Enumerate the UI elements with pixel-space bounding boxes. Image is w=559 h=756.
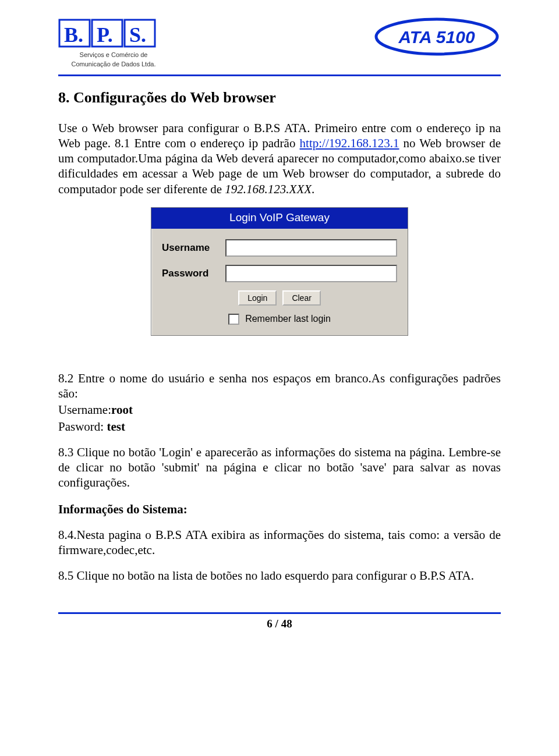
system-info-heading: Informações do Sistema: bbox=[58, 502, 501, 517]
p1-part-c: . bbox=[312, 182, 314, 196]
page-header: B. P. S. Serviços e Comércio de Comunica… bbox=[58, 16, 501, 69]
paragraph-8-2: 8.2 Entre o nome do usuário e senha nos … bbox=[58, 371, 501, 402]
login-titlebar: Login VoIP Gateway bbox=[151, 208, 408, 229]
bps-subtitle-1: Serviços e Comércio de bbox=[58, 51, 169, 59]
clear-button[interactable]: Clear bbox=[282, 290, 320, 306]
password-input[interactable] bbox=[225, 265, 397, 282]
ata-logo: ATA 5100 bbox=[373, 16, 501, 57]
bps-logo: B. P. S. Serviços e Comércio de Comunica… bbox=[58, 16, 169, 69]
header-divider bbox=[58, 74, 501, 76]
bps-logo-icon: B. P. S. bbox=[58, 16, 157, 50]
password-key: Pasword: bbox=[58, 420, 107, 434]
svg-text:ATA 5100: ATA 5100 bbox=[398, 27, 475, 47]
username-value: root bbox=[111, 403, 133, 417]
remember-label: Remember last login bbox=[245, 314, 331, 324]
svg-text:P.: P. bbox=[97, 23, 113, 47]
paragraph-8-4: 8.4.Nesta pagina o B.P.S ATA exibira as … bbox=[58, 527, 501, 558]
default-password: Pasword: test bbox=[58, 419, 501, 434]
paragraph-8-1: Use o Web browser para configurar o B.P.… bbox=[58, 120, 501, 197]
username-row: Username bbox=[162, 239, 397, 257]
paragraph-8-3: 8.3 Clique no botão 'Login' e aparecerão… bbox=[58, 445, 501, 491]
login-panel: Username Password Login Clear Remember l… bbox=[151, 229, 408, 335]
svg-text:S.: S. bbox=[129, 23, 146, 47]
paragraph-8-5: 8.5 Clique no botão na lista de botões n… bbox=[58, 568, 501, 583]
remember-row: Remember last login bbox=[162, 314, 397, 325]
login-button[interactable]: Login bbox=[238, 290, 277, 306]
password-label: Password bbox=[162, 268, 217, 279]
password-value: test bbox=[107, 420, 125, 434]
section-title: 8. Configurações do Web browser bbox=[58, 89, 501, 107]
username-input[interactable] bbox=[225, 239, 397, 257]
ata-logo-icon: ATA 5100 bbox=[373, 16, 501, 57]
svg-text:B.: B. bbox=[64, 23, 83, 47]
subnet-pattern: 192.168.123.XXX bbox=[225, 182, 312, 196]
password-row: Password bbox=[162, 265, 397, 282]
login-screenshot: Login VoIP Gateway Username Password Log… bbox=[151, 207, 408, 336]
remember-checkbox[interactable] bbox=[228, 314, 239, 325]
default-username: Username:root bbox=[58, 402, 501, 417]
default-ip-link[interactable]: http://192.168.123.1 bbox=[300, 136, 399, 150]
button-row: Login Clear bbox=[162, 290, 397, 306]
bps-subtitle-2: Comunicação de Dados Ltda. bbox=[58, 61, 169, 69]
page-footer: 6 / 48 bbox=[58, 612, 501, 630]
username-key: Username: bbox=[58, 403, 111, 417]
username-label: Username bbox=[162, 242, 217, 254]
